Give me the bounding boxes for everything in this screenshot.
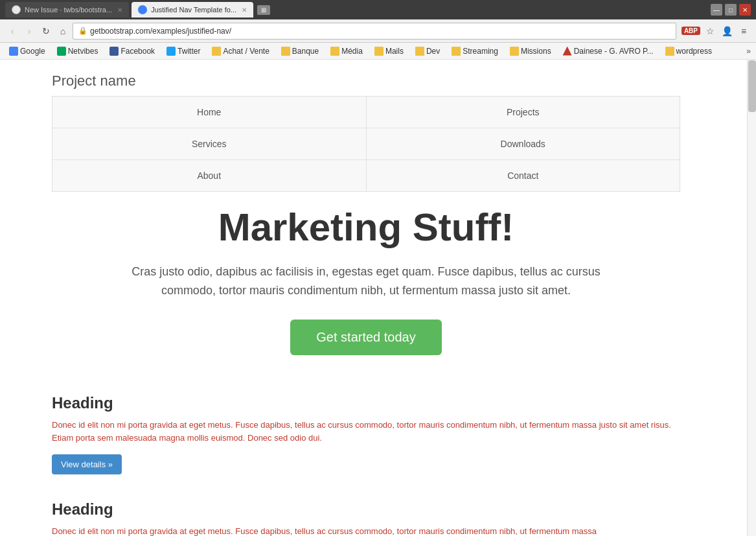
bookmark-twitter-label: Twitter [178, 47, 200, 56]
bookmark-achat-label: Achat / Vente [223, 47, 269, 56]
nav-row-2: Services Downloads [52, 128, 680, 160]
nav-item-projects[interactable]: Projects [367, 97, 680, 128]
more-bookmarks-button[interactable]: » [746, 47, 751, 56]
tab-2[interactable]: Justified Nav Template fo... ✕ [132, 2, 253, 17]
title-bar: New Issue · twbs/bootstra... ✕ Justified… [0, 0, 756, 19]
navigation-bar: ‹ › ↻ ⌂ 🔒 getbootstrap.com/examples/just… [0, 19, 756, 43]
content-section-1: Heading Donec id elit non mi porta gravi… [0, 381, 732, 488]
google-icon [9, 47, 18, 56]
user-icon[interactable]: 👤 [720, 24, 734, 38]
website: Project name Home Projects Services Down… [0, 60, 732, 536]
folder-icon-achat [212, 47, 221, 56]
nav-item-services[interactable]: Services [52, 128, 367, 159]
bookmark-star-button[interactable]: ☆ [703, 24, 717, 38]
bookmark-missions[interactable]: Missions [506, 45, 555, 57]
window-controls: — □ ✕ [711, 4, 751, 16]
bookmark-facebook-label: Facebook [120, 47, 155, 56]
bookmark-streaming[interactable]: Streaming [448, 45, 502, 57]
scrollbar[interactable] [747, 60, 756, 536]
page-content: Project name Home Projects Services Down… [0, 60, 756, 536]
tab-2-icon [138, 5, 147, 14]
bookmark-netvibes-label: Netvibes [68, 47, 98, 56]
menu-button[interactable]: ≡ [737, 24, 751, 38]
justified-nav: Home Projects Services Downloads About C… [52, 96, 680, 192]
bookmark-missions-label: Missions [521, 47, 551, 56]
tab-1-label: New Issue · twbs/bootstra... [25, 6, 112, 14]
bookmark-dev-label: Dev [426, 47, 440, 56]
content-section-2: Heading Donec id elit non mi porta gravi… [0, 487, 732, 536]
section-2-text: Donec id elit non mi porta gravida at eg… [52, 525, 680, 536]
folder-icon-missions [510, 47, 519, 56]
close-button[interactable]: ✕ [739, 4, 751, 16]
folder-icon-streaming [452, 47, 461, 56]
abp-badge: ABP [682, 27, 700, 35]
view-details-button-1[interactable]: View details » [52, 454, 122, 474]
bookmark-google[interactable]: Google [5, 45, 49, 57]
tab-1-close[interactable]: ✕ [117, 6, 122, 14]
bookmark-mails-label: Mails [385, 47, 404, 56]
nav-item-home[interactable]: Home [52, 97, 367, 128]
bookmark-google-label: Google [20, 47, 45, 56]
tab-1-icon [12, 5, 21, 14]
bookmark-banque[interactable]: Banque [277, 45, 323, 57]
twitter-icon [166, 47, 176, 56]
folder-icon-banque [281, 47, 290, 56]
reload-button[interactable]: ↻ [39, 24, 53, 38]
minimize-button[interactable]: — [711, 4, 722, 16]
bookmark-dev[interactable]: Dev [411, 45, 444, 57]
bookmarks-bar: Google Netvibes Facebook Twitter Achat /… [0, 43, 756, 60]
bookmark-twitter[interactable]: Twitter [163, 45, 204, 57]
nav-row-3: About Contact [52, 160, 680, 191]
bookmark-facebook[interactable]: Facebook [106, 45, 159, 57]
hero-section: Marketing Stuff! Cras justo odio, dapibu… [0, 192, 732, 381]
hero-title: Marketing Stuff! [52, 205, 680, 250]
bookmark-banque-label: Banque [292, 47, 319, 56]
address-text: getbootstrap.com/examples/justified-nav/ [90, 27, 231, 36]
bookmark-mails[interactable]: Mails [371, 45, 407, 57]
section-2-heading: Heading [52, 500, 680, 519]
bookmark-achat-vente[interactable]: Achat / Vente [208, 45, 273, 57]
folder-icon-media [330, 47, 339, 56]
maximize-button[interactable]: □ [725, 4, 737, 16]
back-button[interactable]: ‹ [5, 24, 19, 38]
tab-2-close[interactable]: ✕ [242, 6, 247, 14]
scrollbar-thumb[interactable] [748, 60, 756, 112]
tab-2-label: Justified Nav Template fo... [151, 6, 236, 14]
new-tab-icon: ⊞ [257, 5, 270, 15]
home-button[interactable]: ⌂ [56, 24, 70, 38]
bookmark-netvibes[interactable]: Netvibes [53, 45, 102, 57]
new-tab-button[interactable]: ⊞ [256, 2, 271, 17]
netvibes-icon [57, 47, 66, 56]
nav-row-1: Home Projects [52, 97, 680, 128]
bookmark-media[interactable]: Média [326, 45, 367, 57]
project-name: Project name [0, 60, 732, 96]
hero-description: Cras justo odio, dapibus ac facilisis in… [107, 262, 625, 300]
address-bar[interactable]: 🔒 getbootstrap.com/examples/justified-na… [73, 23, 676, 40]
forward-button[interactable]: › [22, 24, 36, 38]
nav-item-contact[interactable]: Contact [367, 160, 680, 191]
bookmark-wordpress[interactable]: wordpress [661, 45, 716, 57]
bookmark-media-label: Média [341, 47, 363, 56]
section-1-text: Donec id elit non mi porta gravida at eg… [52, 419, 680, 446]
folder-icon-wordpress [665, 47, 674, 56]
nav-item-about[interactable]: About [52, 160, 367, 191]
bookmark-dainese[interactable]: Dainese - G. AVRO P... [559, 45, 658, 57]
facebook-icon [109, 47, 119, 56]
bookmark-dainese-label: Dainese - G. AVRO P... [574, 47, 654, 56]
browser-chrome: New Issue · twbs/bootstra... ✕ Justified… [0, 0, 756, 60]
cta-button[interactable]: Get started today [290, 320, 441, 355]
dainese-icon [563, 47, 572, 56]
folder-icon-mails [374, 47, 384, 56]
bookmark-wordpress-label: wordpress [676, 47, 712, 56]
tab-1[interactable]: New Issue · twbs/bootstra... ✕ [5, 2, 129, 17]
folder-icon-dev [415, 47, 424, 56]
nav-icons: ABP ☆ 👤 ≡ [682, 24, 751, 38]
section-1-heading: Heading [52, 394, 680, 412]
nav-item-downloads[interactable]: Downloads [367, 128, 680, 159]
bookmark-streaming-label: Streaming [463, 47, 498, 56]
